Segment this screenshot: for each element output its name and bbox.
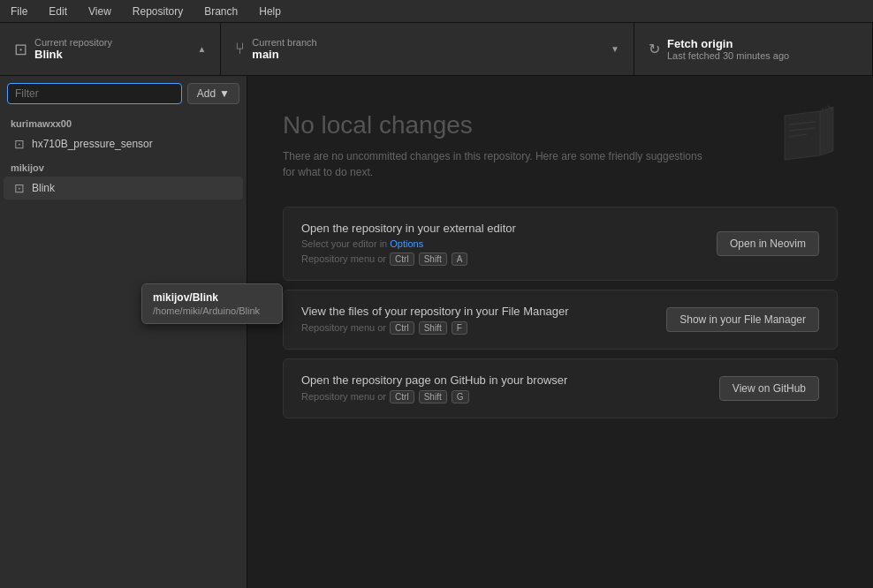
shortcut-shift-3: Shift — [419, 390, 447, 403]
repo-tooltip: mikijov/Blink /home/miki/Arduino/Blink — [141, 283, 283, 324]
repo-chevron-icon: ▲ — [197, 44, 206, 54]
repo-item-icon: ⊡ — [14, 137, 25, 151]
sidebar: Add ▼ kurimawxx00 ⊡ hx710B_pressure_sens… — [0, 76, 247, 588]
fetch-sublabel: Last fetched 30 minutes ago — [667, 50, 858, 61]
action-card-github: Open the repository page on GitHub in yo… — [283, 358, 838, 418]
menu-help[interactable]: Help — [255, 4, 285, 19]
repo-item-name: hx710B_pressure_sensor — [32, 138, 153, 150]
shortcut-g: G — [452, 390, 469, 403]
current-repo-name: Blink — [34, 48, 190, 61]
no-changes-header: No local changes There are no uncommitte… — [283, 111, 838, 180]
tooltip-path: /home/miki/Arduino/Blink — [153, 305, 271, 316]
shortcut-ctrl-1: Ctrl — [390, 253, 414, 266]
repo-item-blink-name: Blink — [32, 182, 55, 194]
repo-item-blink-icon: ⊡ — [14, 181, 25, 195]
menu-branch[interactable]: Branch — [201, 4, 241, 19]
illustration-icon — [767, 102, 838, 177]
menu-edit[interactable]: Edit — [45, 4, 71, 19]
menu-repository[interactable]: Repository — [129, 4, 186, 19]
action-card-editor-title: Open the repository in your external edi… — [301, 222, 699, 235]
view-github-button[interactable]: View on GitHub — [719, 376, 819, 401]
no-changes-subtitle: There are no uncommitted changes in this… — [283, 148, 707, 180]
add-button[interactable]: Add ▼ — [187, 83, 239, 104]
action-cards: Open the repository in your external edi… — [283, 207, 838, 426]
main-content: No local changes There are no uncommitte… — [247, 76, 873, 588]
action-card-editor-shortcut: Repository menu or Ctrl Shift A — [301, 253, 699, 266]
current-branch-label: Current branch — [252, 37, 604, 48]
shortcut-ctrl-2: Ctrl — [390, 321, 414, 335]
action-card-editor-desc: Select your editor in Options — [301, 238, 699, 249]
open-editor-button[interactable]: Open in Neovim — [717, 231, 819, 256]
sidebar-filter-row: Add ▼ — [0, 76, 247, 111]
group-label-kurimawxx00: kurimawxx00 — [0, 111, 247, 132]
group-label-mikijov: mikijov — [0, 155, 247, 177]
current-branch-name: main — [252, 48, 604, 61]
options-link[interactable]: Options — [390, 238, 423, 249]
branch-chevron-icon: ▼ — [611, 44, 619, 54]
main-layout: Add ▼ kurimawxx00 ⊡ hx710B_pressure_sens… — [0, 76, 873, 588]
shortcut-f: F — [452, 321, 467, 335]
show-filemanager-button[interactable]: Show in your File Manager — [666, 307, 819, 332]
repo-icon: ⊡ — [14, 40, 27, 59]
action-card-filemanager: View the files of your repository in you… — [283, 290, 838, 350]
menu-file[interactable]: File — [7, 4, 31, 19]
fetch-label: Fetch origin — [667, 37, 858, 50]
shortcut-ctrl-3: Ctrl — [390, 390, 414, 403]
shortcut-a: A — [452, 253, 468, 266]
toolbar: ⊡ Current repository Blink ▲ ⑂ Current b… — [0, 23, 873, 76]
action-card-github-title: Open the repository page on GitHub in yo… — [301, 373, 702, 387]
action-card-editor: Open the repository in your external edi… — [283, 207, 838, 281]
fetch-origin-button[interactable]: ↻ Fetch origin Last fetched 30 minutes a… — [634, 23, 873, 75]
add-chevron-icon: ▼ — [219, 87, 230, 100]
current-repo-button[interactable]: ⊡ Current repository Blink ▲ — [0, 23, 221, 75]
action-card-github-shortcut: Repository menu or Ctrl Shift G — [301, 390, 702, 403]
repo-item-blink[interactable]: ⊡ Blink — [4, 177, 243, 200]
action-card-filemanager-title: View the files of your repository in you… — [301, 305, 649, 318]
repo-item-hx710b[interactable]: ⊡ hx710B_pressure_sensor — [4, 132, 243, 155]
branch-icon: ⑂ — [235, 40, 245, 58]
no-changes-title: No local changes — [283, 111, 707, 139]
menubar: File Edit View Repository Branch Help — [0, 0, 873, 23]
shortcut-shift-1: Shift — [419, 253, 447, 266]
shortcut-shift-2: Shift — [419, 321, 447, 335]
no-changes-text: No local changes There are no uncommitte… — [283, 111, 707, 180]
action-card-filemanager-shortcut: Repository menu or Ctrl Shift F — [301, 321, 649, 335]
current-branch-button[interactable]: ⑂ Current branch main ▼ — [221, 23, 634, 75]
tooltip-title: mikijov/Blink — [153, 291, 271, 304]
menu-view[interactable]: View — [85, 4, 115, 19]
sync-icon: ↻ — [649, 41, 660, 57]
current-repo-label: Current repository — [34, 37, 190, 48]
filter-input[interactable] — [7, 83, 182, 104]
